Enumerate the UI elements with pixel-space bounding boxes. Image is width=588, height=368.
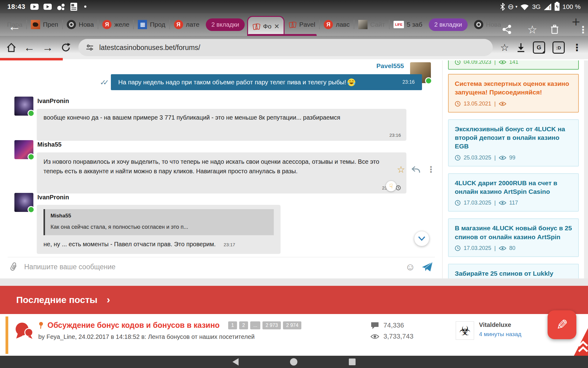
tab-lavs[interactable]: Я лавс (320, 13, 353, 36)
android-back-button[interactable] (232, 358, 239, 366)
caret-down-icon: ▾ (515, 4, 518, 9)
chat-message[interactable]: Из нового понравилось и хочу выделить, т… (37, 152, 406, 194)
youtube-notification-icon (30, 4, 39, 10)
send-icon[interactable] (421, 262, 433, 272)
tab-group-badge-left[interactable]: 2 вкладки (206, 18, 245, 31)
bookmark-star-icon[interactable]: ☆ (527, 23, 537, 36)
views-eye-icon (499, 60, 506, 64)
replies-count: 74,336 (383, 321, 404, 329)
message-text: Из нового понравилось и хочу выделить, т… (43, 157, 387, 176)
chat-message[interactable]: Misha55 Как она сейчас стала, я полность… (37, 205, 281, 254)
home-icon[interactable] (6, 42, 17, 53)
views-eye-icon (499, 246, 506, 251)
cards-favicon (288, 21, 296, 29)
tab-late[interactable]: Я лате (170, 13, 204, 36)
message-text: вообще конечно да - на вашем примере 3 7… (43, 113, 362, 122)
reply-icon[interactable] (411, 166, 420, 174)
browser-menu-icon[interactable]: ⋮ (572, 42, 582, 53)
trash-icon[interactable] (551, 25, 559, 34)
bluetooth-icon (500, 3, 505, 11)
forum-post-row[interactable]: Обсуждение бонус кодов и бонусов в казин… (0, 314, 588, 356)
chat-message[interactable]: вообще конечно да - на вашем примере 3 7… (37, 109, 406, 141)
dino-extension-icon[interactable]: :D (552, 41, 565, 54)
new-message-fab[interactable]: ✎ (548, 310, 576, 339)
chat-author-name[interactable]: IvanPronin (37, 194, 69, 201)
back-overlay-icon[interactable]: ← (8, 19, 21, 34)
chat-author-name[interactable]: Misha55 (37, 141, 62, 148)
avatar[interactable] (14, 193, 33, 212)
url-toolbar: ← → latestcasinobonuses.bet/forums/ ☆ G … (0, 36, 588, 59)
message-input[interactable] (24, 263, 399, 271)
card-date: 17.03.2025 (464, 245, 491, 251)
tab-sait[interactable]: Сайт (354, 13, 389, 36)
avatar[interactable]: ☣ (456, 321, 474, 340)
attach-file-icon[interactable] (9, 262, 17, 272)
tab-pavel[interactable]: Pavel (285, 13, 319, 36)
card-title[interactable]: Система экспертных оценок казино запущен… (455, 79, 572, 97)
page-content: Pavel555 ✓✓ На пару недель надо при тако… (0, 60, 588, 286)
close-tab-icon[interactable]: × (274, 22, 279, 31)
thumbs-down-reaction[interactable]: ☟ (386, 181, 396, 191)
chat-author-name[interactable]: Pavel555 (376, 62, 404, 70)
post-title-link[interactable]: Обсуждение бонус кодов и бонусов в казин… (47, 321, 220, 330)
card-title[interactable]: 4LUCK дарит 2000RUB на счет в онлайн каз… (455, 179, 572, 196)
share-icon[interactable] (502, 25, 511, 34)
forward-icon[interactable]: → (42, 42, 53, 53)
announcement-card[interactable]: 04.09.2023 | 141 (448, 60, 579, 70)
page-link[interactable]: 2 973 (262, 321, 281, 329)
page-link[interactable]: 1 (228, 321, 237, 329)
chat-message-outgoing[interactable]: На пару недель надо при таком объеме раб… (111, 74, 422, 90)
active-tab-forum[interactable]: Фо × (247, 16, 285, 36)
message-menu-icon[interactable]: ⋮ (427, 164, 435, 174)
clock-icon (455, 245, 461, 251)
announcement-card[interactable]: Система экспертных оценок казино запущен… (448, 74, 579, 113)
latest-posts-banner[interactable]: Последние посты › (0, 286, 588, 314)
back-icon[interactable]: ← (24, 42, 35, 53)
tab-zhele[interactable]: Я желе (98, 13, 133, 36)
avatar[interactable] (14, 140, 33, 159)
quoted-message[interactable]: Misha55 Как она сейчас стала, я полность… (43, 209, 274, 235)
post-accent-bar (6, 316, 8, 354)
sidebar-scrollbar[interactable] (584, 60, 588, 286)
address-bar[interactable]: latestcasinobonuses.bet/forums/ (78, 39, 493, 56)
announcement-card[interactable]: Эксклюзивный бонус от 4LUCK на второй де… (448, 119, 579, 167)
last-poster[interactable]: ☣ Vitaldeluxe 4 минуты назад (456, 321, 521, 340)
translate-icon[interactable]: G (533, 41, 545, 54)
tab-zab[interactable]: LIFE 5 заб (390, 13, 426, 36)
url-text[interactable]: latestcasinobonuses.bet/forums/ (99, 44, 200, 52)
card-title[interactable]: В магазине 4LUCK новый бонус в 25 спинов… (455, 224, 572, 241)
android-recents-button[interactable] (349, 358, 356, 365)
tab-prod[interactable]: ▦ Прод (134, 13, 169, 36)
post-stats: 74,336 3,733,743 (371, 321, 413, 340)
favorite-star-icon[interactable]: ☆ (397, 164, 405, 175)
scroll-to-bottom-button[interactable] (414, 231, 429, 246)
card-views: 117 (509, 200, 518, 206)
site-settings-icon[interactable] (86, 44, 94, 52)
page-link[interactable]: 2 (239, 321, 248, 329)
tab-group-badge-right[interactable]: 2 вкладки (429, 18, 468, 31)
last-post-time-link[interactable]: 4 минуты назад (479, 331, 521, 338)
reload-icon[interactable] (61, 42, 71, 53)
views-eye-icon (499, 155, 506, 160)
tab-nova-2[interactable]: Нова (470, 13, 505, 36)
quote-text: Как она сейчас стала, я полностью соглас… (51, 224, 268, 230)
tab-nova[interactable]: Нова (63, 13, 98, 36)
tab-prep[interactable]: Преп (27, 13, 62, 36)
chat-author-name[interactable]: IvanPronin (37, 98, 69, 105)
download-icon[interactable] (516, 43, 526, 52)
android-home-button[interactable] (290, 358, 297, 366)
meta-separator: | (494, 155, 496, 161)
signal-warning-icon: ! (543, 3, 552, 11)
cards-favicon (252, 22, 260, 30)
bookmark-page-icon[interactable]: ☆ (500, 43, 509, 52)
avatar[interactable] (14, 97, 33, 116)
last-poster-name[interactable]: Vitaldeluxe (479, 321, 521, 328)
announcement-card[interactable]: 4LUCK дарит 2000RUB на счет в онлайн каз… (448, 173, 579, 212)
post-byline[interactable]: by Feya_Line, 24.02.2017 в 14:18:52 в: Л… (38, 333, 301, 340)
announcement-card[interactable]: В магазине 4LUCK новый бонус в 25 спинов… (448, 218, 579, 257)
emoji-picker-icon[interactable]: ☺ (405, 261, 415, 273)
overflow-menu-icon[interactable]: ⋮ (578, 24, 588, 36)
page-link[interactable]: 2 974 (283, 321, 301, 329)
card-title[interactable]: Эксклюзивный бонус от 4LUCK на второй де… (455, 125, 572, 151)
chevron-right-icon: › (107, 293, 110, 305)
